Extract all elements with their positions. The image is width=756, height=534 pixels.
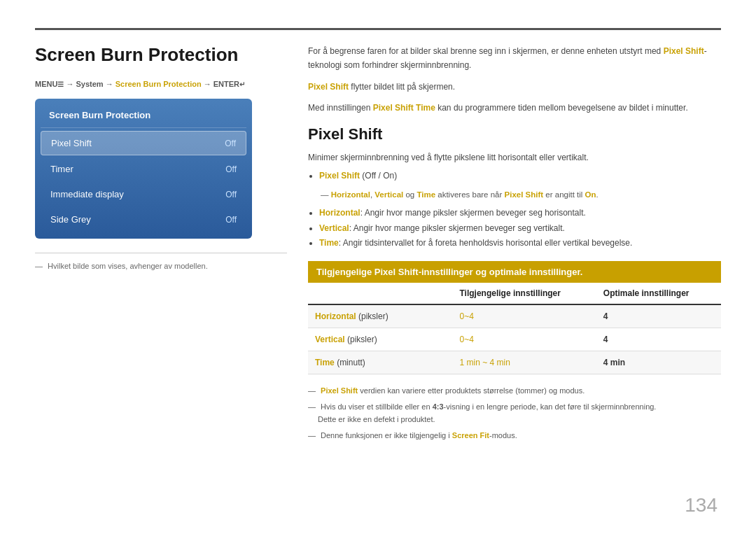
- time-cell-label: Time: [315, 358, 335, 367]
- item-label-timer: Timer: [50, 164, 74, 174]
- table-row-vertical: Vertical (piksler) 0~4 4: [308, 328, 721, 351]
- fn3-dash: ―: [308, 431, 316, 440]
- time-label: Time: [319, 238, 339, 248]
- page-number: 134: [685, 494, 718, 517]
- sub-note: ― Horizontal, Vertical og Time aktiveres…: [321, 188, 721, 202]
- fn3-rest: -modus.: [489, 431, 517, 440]
- vertical-available: 0~4: [453, 328, 596, 351]
- menu-path: MENU☰ → System → Screen Burn Protection …: [35, 80, 287, 88]
- horizontal-available: 0~4: [453, 304, 596, 328]
- table-header-row: Tilgjengelige innstillinger Optimale inn…: [308, 283, 721, 304]
- sub-middle: aktiveres bare når: [435, 190, 504, 199]
- bullet-item-pixel-shift: Pixel Shift (Off / On): [319, 169, 721, 184]
- row-label-vertical: Vertical (piksler): [308, 328, 453, 351]
- fn2-rest: -visning i en lengre periode, kan det fø…: [444, 402, 657, 411]
- sub-on: On: [585, 190, 596, 199]
- fn2-line2: Dette er ikke en defekt i produktet.: [318, 415, 435, 423]
- vertical-optimal: 4: [596, 328, 721, 351]
- page-container: Screen Burn Protection MENU☰ → System → …: [0, 0, 756, 534]
- horizontal-cell-label: Horizontal: [315, 311, 356, 321]
- bullet-horizontal: Horizontal: Angir hvor mange piksler skj…: [319, 206, 721, 221]
- intro1-prefix: For å begrense faren for at bilder skal …: [308, 46, 664, 56]
- item-label-pixel-shift: Pixel Shift: [51, 138, 92, 148]
- content-area: Screen Burn Protection MENU☰ → System → …: [35, 44, 721, 513]
- horizontal-label: Horizontal: [319, 208, 360, 218]
- t-avail-value: 1 min ~ 4 min: [460, 358, 510, 367]
- item-value-immediate: Off: [225, 190, 237, 199]
- horizontal-text: : Angir hvor mange piksler skjermen beve…: [360, 208, 586, 218]
- footer-note-1: ― Pixel Shift verdien kan variere etter …: [308, 384, 721, 398]
- item-value-timer: Off: [225, 164, 237, 174]
- item-value-pixel-shift: Off: [225, 139, 236, 148]
- intro-text-1: For å begrense faren for at bilder skal …: [308, 44, 721, 73]
- item-label-side-grey: Side Grey: [50, 214, 91, 225]
- col-header-available: Tilgjengelige innstillinger: [453, 283, 596, 304]
- row-label-time: Time (minutt): [308, 351, 453, 374]
- menu-screen-burn: Screen Burn Protection: [115, 80, 202, 88]
- menu-item-immediate-display[interactable]: Immediate display Off: [41, 183, 246, 206]
- intro-text-2: Pixel Shift flytter bildet litt på skjer…: [308, 80, 721, 94]
- settings-table: Tilgjengelige innstillinger Optimale inn…: [308, 283, 721, 374]
- fn2-text: Hvis du viser et stillbilde eller en: [321, 402, 433, 411]
- menu-item-timer[interactable]: Timer Off: [41, 157, 246, 181]
- time-cell-unit: (minutt): [335, 358, 365, 367]
- intro3-prefix: Med innstillingen: [308, 103, 373, 113]
- fn2-dash: ―: [308, 402, 316, 411]
- fn1-rest: verdien kan variere etter produktets stø…: [360, 386, 584, 395]
- time-text: : Angir tidsintervallet for å foreta hen…: [339, 238, 633, 248]
- sub-t: Time: [416, 190, 435, 199]
- intro2-highlight: Pixel Shift: [308, 82, 349, 92]
- menu-prefix: MENU: [35, 80, 57, 88]
- intro3-highlight: Pixel Shift Time: [373, 103, 435, 113]
- section-title: Pixel Shift: [308, 125, 721, 143]
- footer-notes: ― Pixel Shift verdien kan variere etter …: [308, 384, 721, 442]
- time-available: 1 min ~ 4 min: [453, 351, 596, 374]
- right-column: For å begrense faren for at bilder skal …: [308, 44, 721, 513]
- vertical-cell-label: Vertical: [315, 335, 345, 344]
- intro3-rest: kan du programmere tiden mellom bevegels…: [435, 103, 688, 113]
- intro1-highlight: Pixel Shift: [664, 46, 704, 56]
- fn1-dash: ―: [308, 386, 316, 395]
- footer-note-3: ― Denne funksjonen er ikke tilgjengelig …: [308, 429, 721, 442]
- panel-title: Screen Burn Protection: [41, 104, 246, 128]
- h-opt-value: 4: [603, 311, 608, 321]
- sub-v: Vertical: [374, 190, 403, 199]
- footer-note-2: ― Hvis du viser et stillbilde eller en 4…: [308, 400, 721, 426]
- horizontal-optimal: 4: [596, 304, 721, 328]
- top-line: [35, 28, 721, 30]
- page-title: Screen Burn Protection: [35, 44, 287, 66]
- fn2-highlight: 4:3: [433, 402, 444, 411]
- v-avail-value: 0~4: [460, 335, 474, 344]
- sub-period: .: [596, 190, 598, 199]
- bullet-time: Time: Angir tidsintervallet for å foreta…: [319, 236, 721, 251]
- vertical-text: : Angir hvor mange piksler skjermen beve…: [349, 223, 565, 233]
- col-header-optimal: Optimale innstillinger: [596, 283, 721, 304]
- ui-panel: Screen Burn Protection Pixel Shift Off T…: [35, 99, 252, 239]
- bullet-list-1: Pixel Shift (Off / On): [319, 169, 721, 184]
- menu-arrow2: → ENTER: [204, 80, 239, 88]
- fn1-highlight: Pixel Shift: [321, 386, 358, 395]
- bullet-list-2: Horizontal: Angir hvor mange piksler skj…: [319, 206, 721, 251]
- row-label-horizontal: Horizontal (piksler): [308, 304, 453, 328]
- vertical-cell-unit: (piksler): [345, 335, 377, 344]
- item-value-side-grey: Off: [225, 215, 237, 225]
- note-section: ― Hvilket bilde som vises, avhenger av m…: [35, 253, 287, 270]
- sub-og: og: [403, 190, 416, 199]
- bullet-rest: (Off / On): [360, 171, 397, 181]
- t-opt-value: 4 min: [603, 358, 625, 367]
- vertical-label: Vertical: [319, 223, 349, 233]
- fn3-highlight: Screen Fit: [452, 431, 489, 440]
- h-avail-value: 0~4: [460, 311, 474, 321]
- intro-text-3: Med innstillingen Pixel Shift Time kan d…: [308, 101, 721, 115]
- desc-text: Minimer skjerminnbrenning ved å flytte p…: [308, 150, 721, 164]
- time-optimal: 4 min: [596, 351, 721, 374]
- sub-h: Horizontal: [331, 190, 370, 199]
- item-label-immediate: Immediate display: [50, 189, 124, 199]
- col-header-0: [308, 283, 453, 304]
- note-dash: ―: [35, 262, 43, 270]
- menu-item-side-grey[interactable]: Side Grey Off: [41, 208, 246, 231]
- bullet-highlight: Pixel Shift: [319, 171, 360, 181]
- menu-item-pixel-shift[interactable]: Pixel Shift Off: [41, 131, 246, 155]
- horizontal-cell-unit: (piksler): [356, 311, 388, 321]
- intro2-rest: flytter bildet litt på skjermen.: [349, 82, 455, 92]
